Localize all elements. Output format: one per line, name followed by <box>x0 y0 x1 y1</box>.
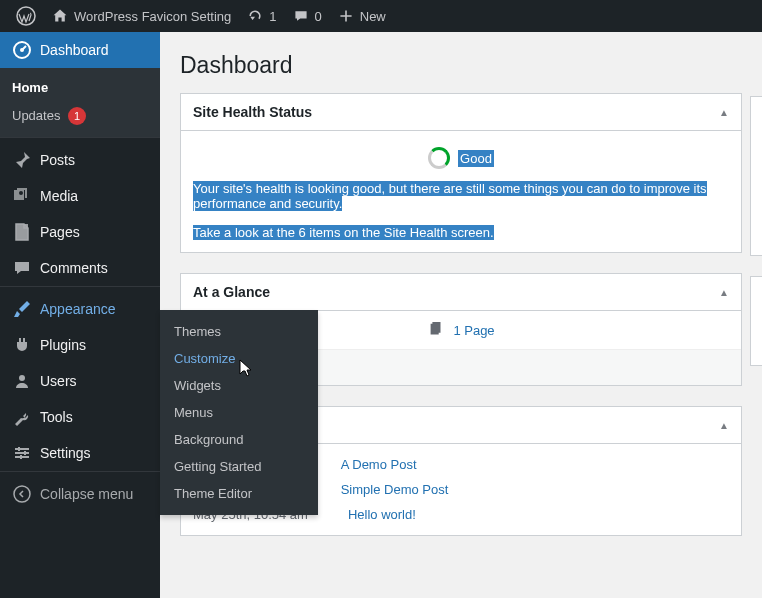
health-text-1: Your site's health is looking good, but … <box>193 181 707 211</box>
panel-site-health: Site Health Status ▲ Good Your site's he… <box>180 93 742 253</box>
activity-post-link[interactable]: A Demo Post <box>341 457 417 472</box>
svg-rect-6 <box>15 448 29 450</box>
flyout-themes[interactable]: Themes <box>160 318 318 345</box>
next-column-peek <box>750 96 762 386</box>
panel-title: Site Health Status <box>193 104 312 120</box>
new-link[interactable]: New <box>330 0 394 32</box>
cursor-icon <box>236 358 254 380</box>
flyout-menus[interactable]: Menus <box>160 399 318 426</box>
site-name: WordPress Favicon Setting <box>74 9 231 24</box>
comments-icon <box>12 258 32 278</box>
admin-toolbar: WordPress Favicon Setting 1 0 New <box>0 0 762 32</box>
page-icon <box>12 222 32 242</box>
sidebar-label: Plugins <box>40 337 86 353</box>
svg-point-12 <box>14 486 30 502</box>
sidebar-item-tools[interactable]: Tools <box>0 399 160 435</box>
updates-link[interactable]: 1 <box>239 0 284 32</box>
sidebar-label: Collapse menu <box>40 486 133 502</box>
update-icon <box>247 8 263 24</box>
wp-logo[interactable] <box>8 0 44 32</box>
sidebar-label: Appearance <box>40 301 116 317</box>
collapse-icon <box>12 484 32 504</box>
sidebar-label: Media <box>40 188 78 204</box>
sidebar-label: Comments <box>40 260 108 276</box>
sidebar-item-pages[interactable]: Pages <box>0 214 160 250</box>
sidebar-sub-home[interactable]: Home <box>0 74 160 101</box>
svg-point-5 <box>19 375 25 381</box>
svg-rect-9 <box>18 447 20 451</box>
sidebar-item-media[interactable]: Media <box>0 178 160 214</box>
svg-rect-11 <box>20 455 22 459</box>
plugin-icon <box>12 335 32 355</box>
collapse-icon: ▲ <box>719 107 729 118</box>
sidebar-sub-updates[interactable]: Updates 1 <box>0 101 160 131</box>
comment-icon <box>293 8 309 24</box>
brush-icon <box>12 299 32 319</box>
sidebar-label: Posts <box>40 152 75 168</box>
sidebar-collapse[interactable]: Collapse menu <box>0 476 160 512</box>
svg-rect-10 <box>24 451 26 455</box>
health-status: Good <box>458 150 494 167</box>
activity-post-link[interactable]: Simple Demo Post <box>341 482 449 497</box>
panel-header[interactable]: Site Health Status ▲ <box>181 94 741 131</box>
media-icon <box>12 186 32 206</box>
sidebar-submenu-dashboard: Home Updates 1 <box>0 68 160 137</box>
sidebar-label: Tools <box>40 409 73 425</box>
plus-icon <box>338 8 354 24</box>
sidebar-label: Settings <box>40 445 91 461</box>
updates-count: 1 <box>269 9 276 24</box>
page-icon <box>427 321 445 339</box>
pin-icon <box>12 150 32 170</box>
admin-sidebar: Dashboard Home Updates 1 Posts Media Pag… <box>0 32 160 598</box>
comments-link[interactable]: 0 <box>285 0 330 32</box>
panel-header[interactable]: At a Glance ▲ <box>181 274 741 311</box>
sidebar-item-comments[interactable]: Comments <box>0 250 160 286</box>
settings-icon <box>12 443 32 463</box>
sidebar-item-dashboard[interactable]: Dashboard <box>0 32 160 68</box>
svg-point-2 <box>20 48 24 52</box>
sidebar-label: Dashboard <box>40 42 109 58</box>
site-link[interactable]: WordPress Favicon Setting <box>44 0 239 32</box>
home-icon <box>52 8 68 24</box>
svg-point-3 <box>19 191 23 195</box>
users-icon <box>12 371 32 391</box>
comments-count: 0 <box>315 9 322 24</box>
collapse-icon: ▲ <box>719 287 729 298</box>
sidebar-item-appearance[interactable]: Appearance <box>0 291 160 327</box>
page-title: Dashboard <box>180 52 742 79</box>
sidebar-label: Users <box>40 373 77 389</box>
tools-icon <box>12 407 32 427</box>
svg-rect-7 <box>15 452 29 454</box>
sidebar-item-users[interactable]: Users <box>0 363 160 399</box>
flyout-theme-editor[interactable]: Theme Editor <box>160 480 318 507</box>
sidebar-item-plugins[interactable]: Plugins <box>0 327 160 363</box>
dashboard-icon <box>12 40 32 60</box>
health-ring-icon <box>428 147 450 169</box>
new-label: New <box>360 9 386 24</box>
flyout-background[interactable]: Background <box>160 426 318 453</box>
activity-post-link[interactable]: Hello world! <box>348 507 416 522</box>
sidebar-item-settings[interactable]: Settings <box>0 435 160 471</box>
panel-title: At a Glance <box>193 284 270 300</box>
appearance-flyout: Themes Customize Widgets Menus Backgroun… <box>160 310 318 515</box>
sidebar-item-posts[interactable]: Posts <box>0 142 160 178</box>
flyout-getting-started[interactable]: Getting Started <box>160 453 318 480</box>
health-text-2: Take a look at the 6 items on the Site H… <box>193 225 494 240</box>
updates-badge: 1 <box>68 107 86 125</box>
glance-pages-link[interactable]: 1 Page <box>453 323 494 338</box>
sidebar-label: Pages <box>40 224 80 240</box>
collapse-icon: ▲ <box>719 420 729 431</box>
svg-rect-4 <box>16 224 28 240</box>
